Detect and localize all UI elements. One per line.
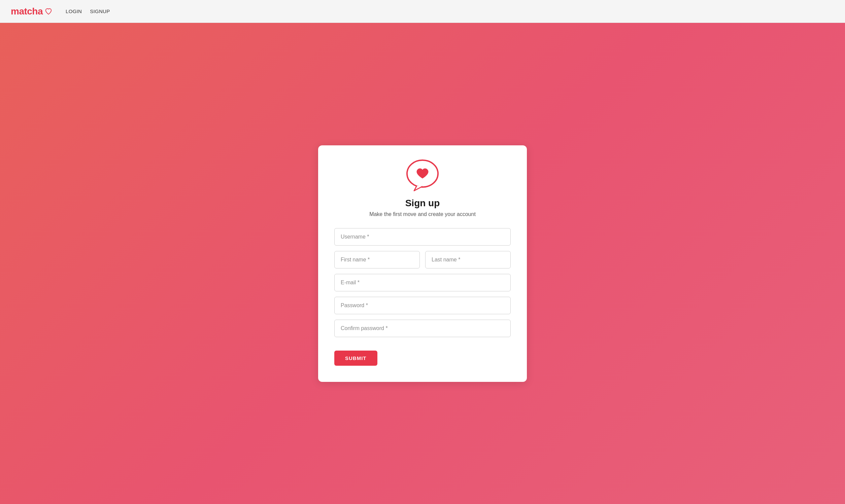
password-input[interactable] (334, 297, 511, 314)
logo[interactable]: matcha (11, 6, 52, 17)
firstname-input[interactable] (334, 251, 420, 269)
email-group (334, 274, 511, 291)
signup-form: SUBMIT (334, 228, 511, 366)
logo-heart-icon (45, 8, 52, 15)
nav-links: LOGIN SIGNUP (66, 8, 110, 14)
signup-card: Sign up Make the first move and create y… (318, 145, 527, 382)
lastname-group (425, 251, 511, 269)
nav-signup[interactable]: SIGNUP (90, 8, 110, 14)
heart-bubble-icon (404, 159, 441, 193)
submit-button[interactable]: SUBMIT (334, 350, 377, 366)
form-subtitle: Make the first move and create your acco… (369, 211, 476, 217)
navbar: matcha LOGIN SIGNUP (0, 0, 845, 23)
email-input[interactable] (334, 274, 511, 291)
lastname-input[interactable] (425, 251, 511, 269)
username-input[interactable] (334, 228, 511, 246)
firstname-group (334, 251, 420, 269)
main-content: Sign up Make the first move and create y… (0, 23, 845, 504)
password-group (334, 297, 511, 314)
logo-text: matcha (11, 6, 43, 17)
form-title: Sign up (405, 198, 440, 209)
confirm-password-input[interactable] (334, 320, 511, 337)
name-row (334, 251, 511, 269)
nav-login[interactable]: LOGIN (66, 8, 82, 14)
form-header: Sign up Make the first move and create y… (334, 159, 511, 217)
confirm-password-group (334, 320, 511, 337)
username-group (334, 228, 511, 246)
